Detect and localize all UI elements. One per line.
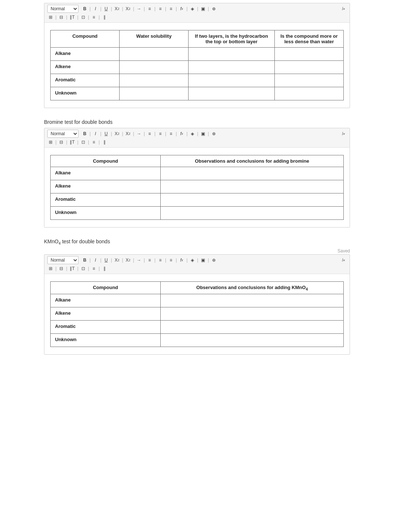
italic-button-2[interactable]: I (92, 130, 99, 137)
special1-button-3[interactable]: ◈ (189, 256, 196, 264)
bold-button-2[interactable]: B (81, 130, 88, 137)
align-btn-2[interactable]: ≡ (91, 138, 97, 146)
row-btn-1[interactable]: ⊟ (58, 14, 65, 21)
cell-alkene-km-compound[interactable]: Alkene (51, 307, 161, 321)
cell-alkane-dense[interactable] (275, 48, 344, 61)
table-btn-1[interactable]: ⊞ (47, 14, 54, 21)
cell-aromatic-compound[interactable]: Aromatic (51, 74, 120, 87)
sep-2: | (90, 6, 91, 11)
indent-button-2[interactable]: ≡ (168, 130, 174, 137)
clear-format-button-1[interactable]: Ix (340, 5, 347, 12)
list2-button-1[interactable]: ≡ (157, 5, 164, 12)
row-btn-3[interactable]: ⊟ (58, 265, 65, 272)
cell-unknown-dense[interactable] (275, 87, 344, 100)
cell-alkene-br-obs[interactable] (161, 180, 344, 193)
underline-button-1[interactable]: U (103, 5, 109, 12)
fx-button-1[interactable]: fx (178, 5, 185, 12)
style-select-3[interactable]: Normal Heading 1 Heading 2 (47, 256, 79, 264)
image-button-2[interactable]: ▣ (200, 130, 206, 137)
link-button-1[interactable]: ⊕ (211, 5, 217, 12)
table-row: Aromatic (51, 193, 344, 207)
cell-alkene-dense[interactable] (275, 61, 344, 74)
list2-button-2[interactable]: ≡ (157, 130, 164, 137)
cell-alkene-layers[interactable] (189, 61, 275, 74)
cell-unknown-br-compound[interactable]: Unknown (51, 207, 161, 220)
cell-aromatic-layers[interactable] (189, 74, 275, 87)
arrow-button-3[interactable]: → (136, 256, 142, 264)
indent-button-3[interactable]: ≡ (168, 256, 174, 264)
bromine-section-label: Bromine test for double bonds (44, 119, 350, 125)
cell-unknown-water[interactable] (120, 87, 189, 100)
cell-alkane-water[interactable] (120, 48, 189, 61)
subscript-button-3[interactable]: X2 (113, 256, 120, 264)
clear-format-button-3[interactable]: Ix (340, 256, 347, 264)
underline-button-3[interactable]: U (103, 256, 109, 264)
cell-alkene-km-obs[interactable] (161, 307, 344, 321)
superscript-button-3[interactable]: X2 (125, 256, 132, 264)
cell-unknown-km-obs[interactable] (161, 334, 344, 347)
cell-alkene-water[interactable] (120, 61, 189, 74)
italic-button-1[interactable]: I (92, 5, 99, 12)
table-btn-3[interactable]: ⊞ (47, 265, 54, 272)
list2-button-3[interactable]: ≡ (157, 256, 164, 264)
cell-aromatic-water[interactable] (120, 74, 189, 87)
row-btn-2[interactable]: ⊟ (58, 138, 65, 146)
table-row: Aromatic (51, 321, 344, 334)
special1-button-1[interactable]: ◈ (189, 5, 196, 12)
italic-button-3[interactable]: I (92, 256, 99, 264)
cell-unknown-km-compound[interactable]: Unknown (51, 334, 161, 347)
indent-button-1[interactable]: ≡ (168, 5, 174, 12)
cell-alkene-compound[interactable]: Alkene (51, 61, 120, 74)
cell-alkane-br-obs[interactable] (161, 167, 344, 180)
cell-alkane-layers[interactable] (189, 48, 275, 61)
style-select-1[interactable]: Normal Heading 1 Heading 2 (47, 5, 79, 13)
cell-aromatic-km-compound[interactable]: Aromatic (51, 321, 161, 334)
table-btn-2[interactable]: ⊞ (47, 138, 54, 146)
list-button-2[interactable]: ≡ (146, 130, 153, 137)
special1-button-2[interactable]: ◈ (189, 130, 196, 137)
align-btn-1[interactable]: ≡ (91, 14, 97, 21)
border-btn-3[interactable]: ∥ (101, 265, 108, 272)
col-btn-2[interactable]: ∥T (69, 138, 76, 146)
image-button-1[interactable]: ▣ (200, 5, 206, 12)
link-button-3[interactable]: ⊕ (211, 256, 217, 264)
cell-alkane-compound[interactable]: Alkane (51, 48, 120, 61)
cell-btn-3[interactable]: ⊡ (80, 265, 87, 272)
clear-format-button-2[interactable]: Ix (340, 130, 347, 137)
cell-alkane-br-compound[interactable]: Alkane (51, 167, 161, 180)
align-btn-3[interactable]: ≡ (91, 265, 97, 272)
cell-btn-2[interactable]: ⊡ (80, 138, 87, 146)
cell-btn-1[interactable]: ⊡ (80, 14, 87, 21)
list-button-1[interactable]: ≡ (146, 5, 153, 12)
cell-aromatic-br-compound[interactable]: Aromatic (51, 193, 161, 207)
cell-alkane-km-obs[interactable] (161, 294, 344, 307)
cell-unknown-compound[interactable]: Unknown (51, 87, 120, 100)
cell-alkene-br-compound[interactable]: Alkene (51, 180, 161, 193)
style-select-2[interactable]: Normal Heading 1 Heading 2 (47, 130, 79, 138)
underline-button-2[interactable]: U (103, 130, 109, 137)
subscript-button-1[interactable]: X2 (113, 5, 120, 12)
bold-button-3[interactable]: B (81, 256, 88, 264)
cell-aromatic-dense[interactable] (275, 74, 344, 87)
superscript-button-2[interactable]: X2 (125, 130, 132, 137)
bold-button-1[interactable]: B (81, 5, 88, 12)
arrow-button-2[interactable]: → (136, 130, 142, 137)
border-btn-2[interactable]: ∥ (101, 138, 108, 146)
arrow-button-1[interactable]: → (136, 5, 142, 12)
cell-aromatic-br-obs[interactable] (161, 193, 344, 207)
image-button-3[interactable]: ▣ (200, 256, 206, 264)
link-button-2[interactable]: ⊕ (211, 130, 217, 137)
cell-unknown-br-obs[interactable] (161, 207, 344, 220)
col-btn-3[interactable]: ∥T (69, 265, 76, 272)
subscript-button-2[interactable]: X2 (113, 130, 120, 137)
list-button-3[interactable]: ≡ (146, 256, 153, 264)
border-btn-1[interactable]: ∥ (101, 14, 108, 21)
cell-aromatic-km-obs[interactable] (161, 321, 344, 334)
cell-alkane-km-compound[interactable]: Alkane (51, 294, 161, 307)
water-solubility-table: Compound Water solubility If two layers,… (50, 30, 344, 100)
superscript-button-1[interactable]: X2 (125, 5, 132, 12)
cell-unknown-layers[interactable] (189, 87, 275, 100)
fx-button-3[interactable]: fx (178, 256, 185, 264)
col-btn-1[interactable]: ∥T (69, 14, 76, 21)
fx-button-2[interactable]: fx (178, 130, 185, 137)
